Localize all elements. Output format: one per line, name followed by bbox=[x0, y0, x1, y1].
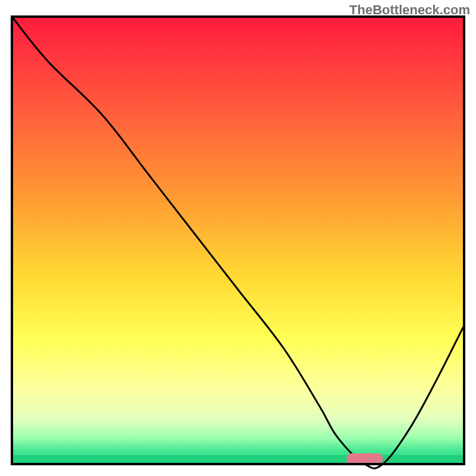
plot-bottom-strip bbox=[12, 455, 464, 464]
plot-background bbox=[12, 17, 464, 464]
bottleneck-chart bbox=[0, 0, 476, 476]
optimal-zone-marker bbox=[346, 453, 383, 464]
chart-container: TheBottleneck.com bbox=[0, 0, 476, 476]
watermark-text: TheBottleneck.com bbox=[349, 2, 470, 18]
